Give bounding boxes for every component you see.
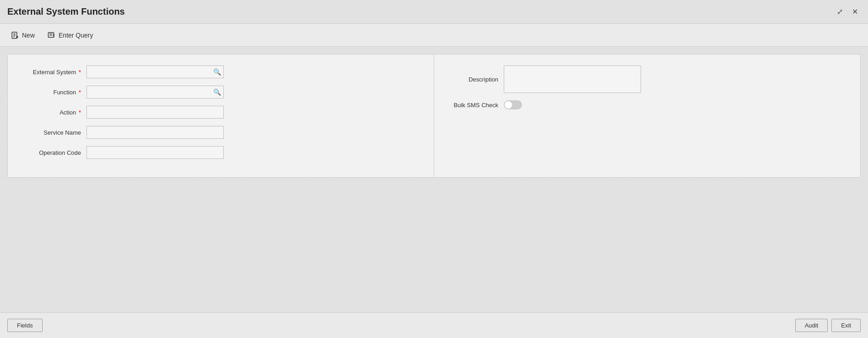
bulk-sms-row: Bulk SMS Check (449, 100, 846, 109)
function-label: Function * (22, 89, 86, 96)
function-input[interactable] (86, 86, 224, 98)
operation-code-row: Operation Code (22, 146, 419, 159)
bottom-bar: Fields Audit Exit (0, 312, 868, 338)
description-input[interactable] (504, 65, 641, 93)
new-button[interactable]: New (5, 28, 40, 42)
form-panel-left: External System * 🔍 Function * (8, 55, 434, 177)
function-required: * (79, 89, 81, 96)
main-container: External System Functions ⤢ ✕ New Enter … (0, 0, 868, 338)
external-system-input[interactable] (86, 65, 224, 78)
content-area: External System * 🔍 Function * (0, 47, 868, 312)
exit-button[interactable]: Exit (831, 319, 861, 332)
function-input-wrapper: 🔍 (86, 86, 224, 98)
bottom-right: Audit Exit (795, 319, 861, 332)
page-title: External System Functions (7, 6, 125, 17)
close-button[interactable]: ✕ (849, 6, 861, 17)
fields-button[interactable]: Fields (7, 319, 43, 332)
service-name-label: Service Name (22, 129, 86, 136)
form-panel-right: Description Bulk SMS Check (434, 55, 860, 177)
enter-query-icon (48, 31, 56, 39)
toggle-slider (504, 100, 522, 109)
audit-button[interactable]: Audit (795, 319, 828, 332)
toolbar: New Enter Query (0, 24, 868, 47)
action-row: Action * (22, 106, 419, 119)
service-name-row: Service Name (22, 126, 419, 139)
bottom-left: Fields (7, 319, 43, 332)
service-name-input[interactable] (86, 126, 224, 139)
maximize-button[interactable]: ⤢ (834, 6, 846, 17)
external-system-required: * (79, 69, 81, 76)
form-panels: External System * 🔍 Function * (7, 54, 861, 178)
enter-query-label: Enter Query (59, 32, 93, 39)
operation-code-label: Operation Code (22, 149, 86, 156)
enter-query-button[interactable]: Enter Query (42, 28, 98, 42)
new-label: New (22, 32, 35, 39)
external-system-row: External System * 🔍 (22, 65, 419, 78)
bulk-sms-label: Bulk SMS Check (449, 102, 504, 109)
action-required: * (79, 109, 81, 116)
action-input[interactable] (86, 106, 224, 119)
description-label: Description (449, 76, 504, 83)
operation-code-input[interactable] (86, 146, 224, 159)
external-system-label: External System * (22, 69, 86, 76)
bulk-sms-toggle[interactable] (504, 100, 522, 109)
action-label: Action * (22, 109, 86, 116)
new-icon (11, 31, 19, 39)
title-controls: ⤢ ✕ (834, 6, 861, 17)
title-bar: External System Functions ⤢ ✕ (0, 0, 868, 24)
external-system-input-wrapper: 🔍 (86, 65, 224, 78)
function-row: Function * 🔍 (22, 86, 419, 98)
description-row: Description (449, 65, 846, 93)
